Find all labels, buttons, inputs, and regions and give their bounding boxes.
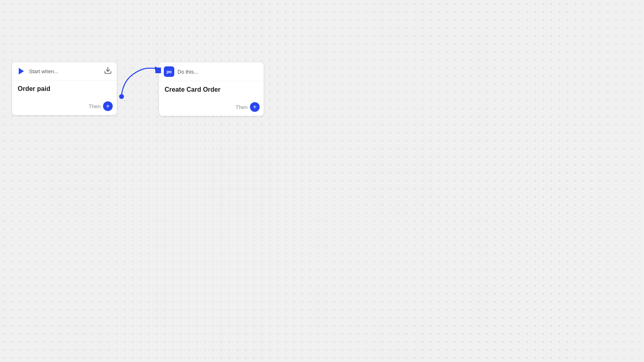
action-node-footer: Then + — [159, 99, 264, 116]
action-badge: po — [164, 66, 174, 77]
svg-point-2 — [119, 94, 124, 99]
trigger-icon — [17, 67, 26, 76]
action-connector-dot — [155, 68, 161, 73]
action-node-header: po Do this... — [159, 62, 264, 81]
action-node-title: Create Card Order — [165, 86, 258, 93]
trigger-then-label: Then — [89, 103, 101, 109]
trigger-add-button[interactable]: + — [103, 101, 113, 111]
svg-marker-0 — [19, 68, 24, 75]
action-then-label: Then — [235, 104, 248, 110]
action-node[interactable]: po Do this... Create Card Order Then + — [159, 62, 264, 116]
action-add-button[interactable]: + — [250, 102, 260, 112]
trigger-node-footer: Then + — [12, 98, 117, 115]
action-node-body: Create Card Order — [159, 81, 264, 99]
svg-point-4 — [155, 68, 161, 73]
trigger-node[interactable]: Start when... Order paid Then + — [12, 62, 117, 115]
trigger-node-title: Order paid — [18, 85, 111, 93]
action-header-label: Do this... — [178, 69, 198, 75]
trigger-node-header: Start when... — [12, 62, 117, 80]
download-icon[interactable] — [104, 66, 112, 76]
trigger-header-label: Start when... — [29, 68, 58, 74]
trigger-node-body: Order paid — [12, 80, 117, 98]
